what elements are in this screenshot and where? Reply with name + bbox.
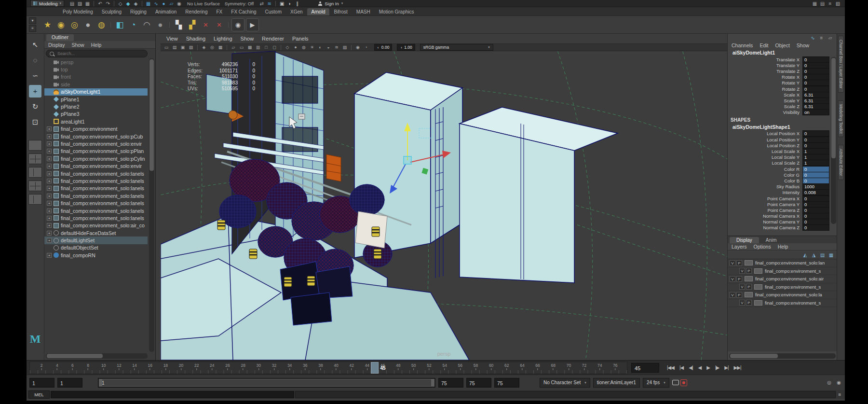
eye-shelf-icon[interactable]: ◉ [231, 18, 244, 31]
outliner-item-final-compo-environment[interactable]: +final_compo:environment [44, 125, 148, 133]
screen-space-ao-icon[interactable]: ◒ [325, 44, 332, 50]
poly-cylinder-shelf-icon[interactable]: ◍ [95, 19, 108, 31]
expand-toggle-icon[interactable]: + [47, 223, 52, 228]
current-frame-marker[interactable]: 45 [371, 362, 379, 374]
use-all-lights-icon[interactable]: ☀ [309, 44, 315, 50]
step-back-key-button[interactable]: ◀| [688, 363, 693, 373]
layer-visible-toggle[interactable]: V [739, 300, 745, 306]
menu-set-selector[interactable]: Modeling ▾ [30, 0, 64, 7]
step-forward-frame-button[interactable]: ▶| [723, 363, 729, 373]
layer-visible-toggle[interactable]: V [730, 292, 735, 298]
shelf-tab-fx[interactable]: FX [212, 8, 227, 15]
outliner-item-final-compo-environment-solo-pcub[interactable]: +final_compo:environment_solo:pCub [44, 133, 148, 140]
channel-name-label[interactable]: Translate X [728, 57, 802, 62]
symmetry-label[interactable]: Symmetry: Off [225, 1, 254, 6]
channel-value-field[interactable]: 0 [802, 80, 829, 86]
snap-to-grid-icon[interactable]: ▦ [145, 0, 151, 7]
expand-toggle-icon[interactable]: + [47, 216, 52, 221]
layer-row-final-compo-environment-s[interactable]: VPfinal_compo:environment_s [728, 283, 837, 292]
menu-panels[interactable]: Panels [292, 36, 309, 42]
channel-name-label[interactable]: Local Scale Z [728, 160, 802, 166]
arnold-curve-shelf-icon[interactable]: ◠ [141, 19, 153, 31]
channel-name-label[interactable]: Local Scale X [728, 149, 802, 154]
current-frame-field[interactable]: 45 [631, 363, 659, 373]
camera-attributes-icon[interactable]: ▤ [171, 44, 178, 50]
scrollbar-thumb[interactable] [149, 59, 154, 171]
scale-tool[interactable]: ⊡ [29, 116, 41, 128]
channel-value-field[interactable]: 6.31 [802, 98, 829, 104]
channel-value-field[interactable]: 1 [802, 160, 829, 166]
outliner-item-arealight1[interactable]: areaLight1 [44, 118, 148, 125]
expand-toggle-icon[interactable]: + [47, 156, 52, 161]
go-to-start-button[interactable]: |◀◀ [666, 363, 675, 373]
shelf-tab-rigging[interactable]: Rigging [126, 8, 151, 15]
channel-value-field[interactable]: 0 [802, 224, 829, 231]
channel-value-field[interactable]: 0 [802, 178, 829, 184]
layout-single-pane-button[interactable] [28, 140, 42, 151]
xray-icon[interactable]: ◔ [363, 44, 369, 50]
channel-name-label[interactable]: Color B [728, 178, 802, 183]
channel-name-label[interactable]: Rotate X [728, 74, 802, 80]
channel-name-label[interactable]: Scale X [728, 92, 802, 98]
outliner-item-final-compo-environment-solo-lanels[interactable]: +final_compo:environment_solo:lanels [44, 207, 148, 214]
menu-options[interactable]: Options [754, 244, 771, 250]
expand-toggle-icon[interactable]: + [47, 141, 52, 146]
field-chart-icon[interactable]: ▥ [255, 44, 261, 50]
menu-show[interactable]: Show [241, 36, 254, 42]
animation-end-field[interactable]: 75 [466, 378, 491, 388]
select-by-component-icon[interactable]: ◈ [133, 0, 139, 7]
range-slider-track[interactable]: 1 [98, 378, 435, 388]
outliner-item-aiskydomelight1[interactable]: aiSkyDomeLight1 [44, 88, 148, 96]
scrollbar-thumb[interactable] [730, 354, 778, 358]
channel-name-label[interactable]: Rotate Y [728, 80, 802, 85]
playblast-shelf-icon[interactable]: ▶ [246, 18, 259, 31]
move-tool[interactable]: + [29, 85, 41, 98]
outliner-item-final-compo-environment-solo-envir[interactable]: +final_compo:environment_solo:envir [44, 140, 148, 147]
menu-help[interactable]: Help [91, 42, 102, 48]
lasso-select-tool[interactable]: ◌ [29, 54, 41, 67]
channel-name-label[interactable]: Sky Radius [728, 184, 802, 189]
outliner-item-final-compo-environment-solo-lanels[interactable]: +final_compo:environment_solo:lanels [44, 185, 148, 192]
outliner-item-final-comporn[interactable]: +final_compoRN [44, 251, 148, 259]
node-name-label[interactable]: aiSkyDomeLight1 [728, 49, 837, 56]
channel-value-field[interactable]: on [802, 109, 829, 115]
outliner-vertical-scrollbar[interactable] [149, 58, 154, 352]
menu-show[interactable]: Show [797, 42, 809, 48]
play-backwards-button[interactable]: ◀ [697, 363, 703, 373]
channel-pin-icon[interactable]: ▱ [827, 35, 833, 41]
expand-toggle-icon[interactable]: + [47, 186, 52, 191]
animation-start-field[interactable]: 1 [57, 378, 82, 388]
layer-playback-toggle[interactable]: P [746, 284, 752, 290]
layer-playback-toggle[interactable]: P [736, 292, 742, 298]
channel-value-field[interactable]: 0 [802, 207, 829, 213]
channel-name-label[interactable]: Translate Y [728, 63, 802, 68]
comment-bubble-icon[interactable] [672, 380, 679, 385]
camera-lock-icon[interactable]: ▭ [163, 44, 170, 50]
channel-name-label[interactable]: Visibility [728, 110, 802, 115]
channel-value-field[interactable]: 0 [802, 213, 829, 219]
channel-name-label[interactable]: Normal Camera Z [728, 225, 802, 230]
smooth-shade-icon[interactable]: ● [292, 44, 299, 50]
menu-display[interactable]: Display [48, 42, 65, 48]
outliner-item-pplane2[interactable]: pPlane2 [44, 103, 148, 110]
layer-editor-tab-display[interactable]: Display [730, 237, 759, 243]
outliner-horizontal-scrollbar[interactable] [46, 353, 148, 359]
menu-view[interactable]: View [166, 36, 178, 42]
redo-icon[interactable]: ↷ [105, 0, 111, 7]
save-scene-icon[interactable]: ▦ [84, 0, 91, 7]
wireframe-icon[interactable]: ◇ [284, 44, 291, 50]
poly-plane-shelf-icon[interactable]: ● [82, 19, 94, 31]
expand-toggle-icon[interactable]: + [47, 238, 52, 243]
layer-row-final-compo-environment-solo-la[interactable]: VPfinal_compo:environment_solo:la [728, 291, 837, 299]
channel-name-label[interactable]: Local Position Y [728, 137, 802, 142]
timeline-track[interactable]: 2468101214161820222426283032343638404244… [29, 362, 627, 374]
channel-value-field[interactable]: 0 [802, 142, 829, 149]
channel-value-field[interactable]: 0 [802, 68, 829, 74]
uv-checker-shelf-icon[interactable]: ▚ [173, 19, 185, 31]
ipr-render-icon[interactable]: ∥ [294, 0, 300, 7]
outliner-item-pplane3[interactable]: pPlane3 [44, 111, 148, 118]
layer-color-swatch[interactable] [754, 300, 762, 306]
channel-value-field[interactable]: 0 [802, 74, 829, 80]
layer-color-swatch[interactable] [745, 292, 753, 297]
make-live-icon[interactable]: ◉ [176, 0, 182, 7]
